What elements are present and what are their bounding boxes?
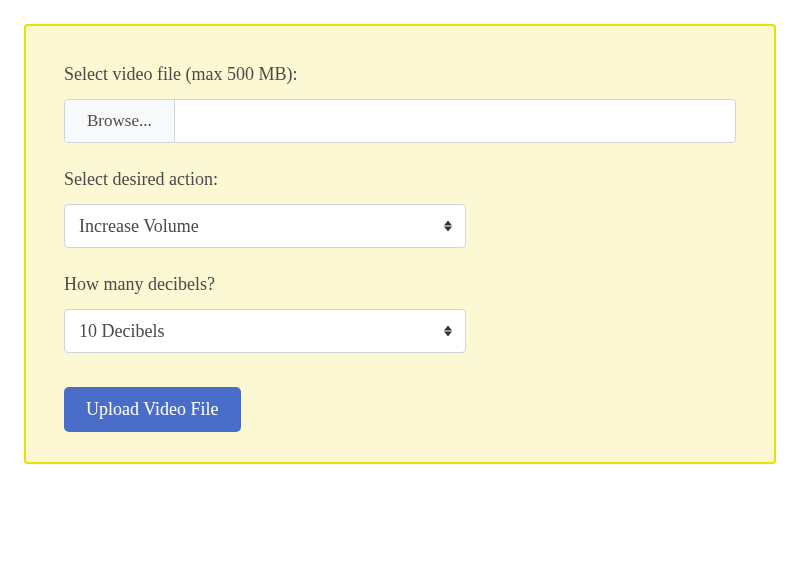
file-name-display xyxy=(175,100,735,142)
action-select[interactable]: Increase Volume xyxy=(64,204,466,248)
action-select-label: Select desired action: xyxy=(64,169,736,190)
file-input-label: Select video file (max 500 MB): xyxy=(64,64,736,85)
file-input-wrapper[interactable]: Browse... xyxy=(64,99,736,143)
browse-button[interactable]: Browse... xyxy=(65,100,175,142)
video-upload-form: Select video file (max 500 MB): Browse..… xyxy=(24,24,776,464)
action-field-group: Select desired action: Increase Volume xyxy=(64,169,736,248)
decibels-field-group: How many decibels? 10 Decibels xyxy=(64,274,736,353)
upload-button[interactable]: Upload Video File xyxy=(64,387,241,432)
file-field-group: Select video file (max 500 MB): Browse..… xyxy=(64,64,736,143)
decibels-select-label: How many decibels? xyxy=(64,274,736,295)
decibels-select-wrapper: 10 Decibels xyxy=(64,309,466,353)
action-select-wrapper: Increase Volume xyxy=(64,204,466,248)
decibels-select[interactable]: 10 Decibels xyxy=(64,309,466,353)
